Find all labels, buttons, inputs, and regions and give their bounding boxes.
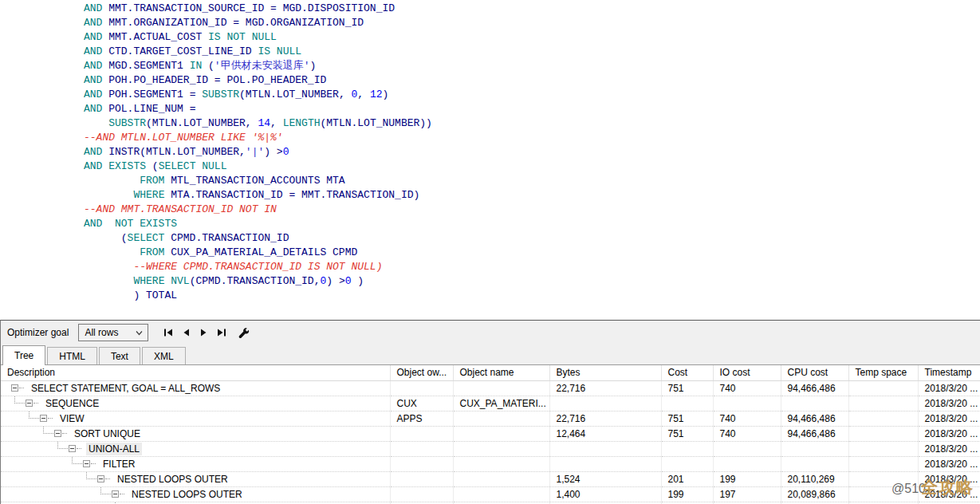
column-header[interactable]: Temp space [848, 365, 918, 380]
column-header[interactable]: IO cost [713, 365, 781, 380]
plan-operation-label: SEQUENCE [43, 397, 101, 410]
plan-row[interactable]: SORT UNIQUE12,46475174094,466,4862018/3/… [1, 426, 980, 441]
temp-space-cell [848, 380, 918, 396]
sql-editor[interactable]: AND MMT.TRANSACTION_SOURCE_ID = MGD.DISP… [0, 0, 980, 320]
column-header[interactable]: Cost [661, 365, 713, 380]
plan-row[interactable]: VIEWAPPS22,71675174094,466,4862018/3/20 … [1, 411, 980, 426]
optimizer-goal-value: All rows [85, 327, 118, 338]
object-owner-cell [390, 471, 453, 486]
collapse-minus-icon[interactable] [11, 384, 18, 392]
tree-stub [77, 448, 81, 449]
object-name-cell [453, 486, 549, 502]
timestamp-cell: 2018/3/20 ... [918, 441, 980, 456]
timestamp-cell: 2018/3/20 ... [918, 396, 980, 411]
tab-tree[interactable]: Tree [2, 345, 45, 365]
sql-code-line: --AND MMT.TRANSACTION_ID NOT IN [84, 203, 980, 217]
collapse-minus-icon[interactable] [97, 475, 104, 482]
object-name-cell [453, 380, 549, 396]
plan-row[interactable]: NESTED LOOPS OUTER1,40019919720,089,8662… [1, 486, 980, 502]
temp-space-cell [848, 396, 918, 411]
object-owner-cell [390, 456, 453, 471]
column-header[interactable]: CPU cost [781, 365, 848, 380]
tab-xml[interactable]: XML [142, 347, 186, 364]
collapse-minus-icon[interactable] [26, 400, 33, 407]
cost-cell [661, 396, 713, 411]
timestamp-cell: 2018/3/20 ... [918, 471, 980, 486]
io-cost-cell [713, 396, 781, 411]
tab-html[interactable]: HTML [47, 347, 97, 364]
object-owner-cell: APPS [390, 411, 453, 426]
bytes-cell: 22,716 [549, 411, 661, 426]
object-owner-cell [390, 486, 453, 502]
collapse-minus-icon[interactable] [40, 415, 47, 422]
cpu-cost-cell [781, 396, 848, 411]
tree-connector [14, 396, 25, 404]
plan-header-row: DescriptionObject ow...Object nameBytesC… [1, 365, 980, 380]
cpu-cost-cell [781, 441, 848, 456]
tree-stub [48, 418, 53, 419]
bytes-cell [549, 396, 661, 411]
sql-code-line: AND NOT EXISTS [84, 217, 980, 231]
timestamp-cell: 2018/3/20 ... [918, 411, 980, 426]
cost-cell: 751 [661, 411, 713, 426]
sql-code-line: FROM CUX_PA_MATERIAL_A_DETAILS CPMD [84, 246, 980, 260]
next-record-icon[interactable] [195, 325, 212, 341]
cpu-cost-cell: 20,110,269 [781, 471, 848, 486]
sql-code-line: AND POH.PO_HEADER_ID = POL.PO_HEADER_ID [84, 73, 980, 88]
column-header[interactable]: Object name [453, 365, 549, 380]
column-header[interactable]: Timestamp [918, 365, 980, 380]
last-record-icon[interactable] [212, 325, 230, 341]
collapse-minus-icon[interactable] [112, 490, 119, 498]
timestamp-cell: 2018/3/20 ... [918, 456, 980, 471]
cpu-cost-cell: 20,089,866 [781, 486, 848, 502]
plsql-developer-window: AND MMT.TRANSACTION_SOURCE_ID = MGD.DISP… [0, 0, 980, 504]
sql-code-line: AND MGD.SEGMENT1 IN ('甲供材未安装退库') [84, 59, 980, 73]
temp-space-cell [848, 471, 918, 486]
collapse-minus-icon[interactable] [54, 430, 61, 437]
sql-code-line: AND MMT.ORGANIZATION_ID = MGD.ORGANIZATI… [84, 16, 980, 30]
column-header[interactable]: Object ow... [390, 365, 453, 380]
sql-code-line: --WHERE CPMD.TRANSACTION_ID IS NOT NULL) [84, 260, 980, 274]
sql-code-line: AND POH.SEGMENT1 = SUBSTR(MTLN.LOT_NUMBE… [84, 88, 980, 102]
cost-cell [661, 456, 713, 471]
object-owner-cell [390, 426, 453, 441]
tree-connector [57, 442, 68, 449]
tree-connector [100, 487, 111, 494]
record-navigation [159, 325, 230, 341]
tree-connector [72, 457, 82, 464]
previous-record-icon[interactable] [177, 325, 195, 341]
plan-row[interactable]: NESTED LOOPS OUTER1,52420119920,110,2692… [1, 471, 980, 486]
wrench-icon[interactable] [234, 325, 252, 341]
explain-plan-panel: Optimizer goal All rows [0, 320, 980, 504]
plan-tree-view: DescriptionObject ow...Object nameBytesC… [1, 365, 980, 504]
column-header[interactable]: Bytes [549, 365, 661, 380]
plan-row[interactable]: SELECT STATEMENT, GOAL = ALL_ROWS22,7167… [1, 380, 980, 396]
plan-row[interactable]: SEQUENCECUXCUX_PA_MATERI...2018/3/20 ... [1, 396, 980, 411]
plan-operation-label: SORT UNIQUE [72, 427, 143, 440]
tree-connector [29, 411, 39, 419]
sql-code-line: FROM MTL_TRANSACTION_ACCOUNTS MTA [84, 174, 980, 188]
plan-row[interactable]: UNION-ALL2018/3/20 ... [1, 441, 980, 456]
io-cost-cell [713, 456, 781, 471]
sql-code-line: --AND MTLN.LOT_NUMBER LIKE '%|%' [84, 131, 980, 145]
object-owner-cell [390, 441, 453, 456]
tree-stub [120, 494, 124, 494]
sql-code-line: WHERE MTA.TRANSACTION_ID = MMT.TRANSACTI… [84, 188, 980, 203]
tree-stub [19, 388, 24, 388]
tree-connector [86, 472, 96, 479]
chevron-down-icon [135, 329, 144, 337]
first-record-icon[interactable] [159, 325, 177, 341]
plan-table: DescriptionObject ow...Object nameBytesC… [1, 365, 980, 504]
cost-cell: 751 [661, 426, 713, 441]
sql-code-line: ) TOTAL [84, 289, 980, 303]
optimizer-goal-dropdown[interactable]: All rows [78, 324, 148, 341]
cpu-cost-cell: 94,466,486 [781, 426, 848, 441]
plan-toolbar: Optimizer goal All rows [1, 321, 980, 345]
plan-row[interactable]: FILTER2018/3/20 ... [1, 456, 980, 471]
temp-space-cell [848, 486, 918, 502]
tab-text[interactable]: Text [99, 347, 140, 364]
io-cost-cell [713, 441, 781, 456]
column-header[interactable]: Description [1, 365, 390, 380]
collapse-minus-icon[interactable] [83, 460, 90, 467]
collapse-minus-icon[interactable] [69, 445, 76, 452]
